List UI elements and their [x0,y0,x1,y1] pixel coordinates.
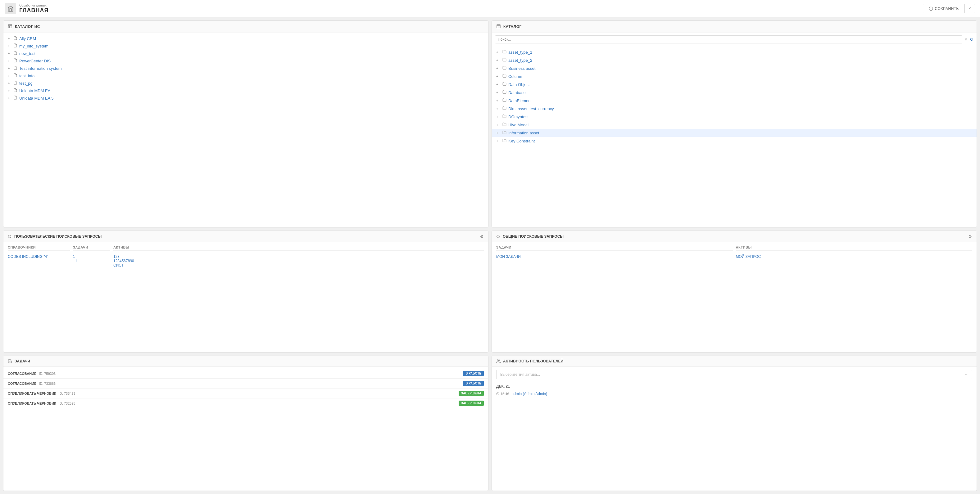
activity-time-value: 15:46 [501,392,509,396]
folder-expand-icon: + [496,67,501,70]
home-icon[interactable] [5,3,16,14]
folder-icon [503,50,506,55]
is-catalog-item[interactable]: + Unidata MDM EA 5 [3,94,488,102]
folder-expand-icon: + [496,123,501,127]
catalog-item[interactable]: + DQmyntest [492,113,977,121]
activity-select-chevron [964,373,968,376]
common-queries-row: МОИ ЗАДАЧИ МОЙ ЗАПРОС [496,253,972,260]
catalog-header: КАТАЛОГ [492,21,977,33]
save-button-group[interactable]: СОХРАНИТЬ [923,4,975,13]
catalog-item-label: DQmyntest [508,114,528,119]
catalog-item[interactable]: + Information asset [492,129,977,137]
tasks-panel: ЗАДАЧИ СОГЛАСОВАНИЕ ID: 759306 В РАБОТЕ … [3,356,488,491]
svg-rect-4 [497,24,500,28]
is-catalog-item[interactable]: + my_info_system [3,42,488,50]
query-task-2[interactable]: +1 [73,259,110,263]
catalog-item-label: Data Object [508,82,530,87]
is-catalog-item-label: new_test [19,51,35,56]
catalog-item[interactable]: + Business asset [492,64,977,72]
tree-expand-icon: + [8,51,11,55]
catalog-item[interactable]: + Key Constraint [492,137,977,145]
catalog-item[interactable]: + Data Object [492,80,977,89]
tasks-body: СОГЛАСОВАНИЕ ID: 759306 В РАБОТЕ СОГЛАСО… [3,367,488,491]
tree-expand-icon: + [8,89,11,92]
common-queries-panel: ОБЩИЕ ПОИСКОВЫЕ ЗАПРОСЫ ⚙ ЗАДАЧИ АКТИВЫ … [492,230,977,353]
catalog-item[interactable]: + DataElement [492,97,977,105]
catalog-clear-icon[interactable]: ✕ [964,37,968,42]
file-icon [13,81,18,86]
folder-icon [503,122,506,127]
catalog-item[interactable]: + Database [492,89,977,97]
tree-expand-icon: + [8,81,11,85]
activity-time: 15:46 [496,392,509,396]
task-row[interactable]: СОГЛАСОВАНИЕ ID: 759306 В РАБОТЕ [3,369,488,378]
catalog-item[interactable]: + Hive Model [492,121,977,129]
user-queries-title: ПОЛЬЗОВАТЕЛЬСКИЕ ПОИСКОВЫЕ ЗАПРОСЫ [14,234,102,238]
svg-rect-1 [8,24,12,28]
header-title: ГЛАВНАЯ [19,7,48,14]
folder-icon [503,82,506,87]
svg-point-9 [497,235,500,238]
is-catalog-item[interactable]: + Unidata MDM EA [3,87,488,94]
common-query-asset[interactable]: МОЙ ЗАПРОС [736,254,972,259]
is-catalog-icon [8,24,13,30]
catalog-item-label: Dim_asset_test_currency [508,106,554,111]
task-id: ID: 733423 [59,392,456,396]
is-catalog-header: КАТАЛОГ ИС [3,21,488,33]
user-queries-settings-icon[interactable]: ⚙ [480,234,484,239]
is-catalog-item[interactable]: + test_pg [3,79,488,87]
common-queries-title-group: ОБЩИЕ ПОИСКОВЫЕ ЗАПРОСЫ [496,234,563,238]
catalog-refresh-icon[interactable]: ↻ [970,37,974,42]
user-queries-title-group: ПОЛЬЗОВАТЕЛЬСКИЕ ПОИСКОВЫЕ ЗАПРОСЫ [8,234,102,238]
catalog-item[interactable]: + Column [492,72,977,80]
folder-icon [503,138,506,143]
common-queries-columns: ЗАДАЧИ АКТИВЫ [496,245,972,251]
task-type: СОГЛАСОВАНИЕ [8,372,36,375]
catalog-panel: КАТАЛОГ ✕ ↻ + asset_type_1 + asset_type_… [492,21,977,227]
activity-asset-select[interactable]: Выберите тип актива... [496,370,972,379]
activity-user[interactable]: admin (Admin Admin) [512,392,547,396]
query-task-1[interactable]: 1 [73,254,110,259]
catalog-item[interactable]: + Dim_asset_test_currency [492,105,977,113]
activity-header: АКТИВНОСТЬ ПОЛЬЗОВАТЕЛЕЙ [492,356,977,367]
file-icon [13,58,18,63]
task-row[interactable]: ОПУБЛИКОВАТЬ ЧЕРНОВИК ID: 733423 ЗАВЕРШЕ… [3,389,488,399]
query-asset-2[interactable]: 1234567890 [113,259,484,263]
tasks-header: ЗАДАЧИ [3,356,488,367]
is-catalog-item[interactable]: + Test information system [3,65,488,72]
is-catalog-item[interactable]: + PowerCenter DIS [3,57,488,65]
svg-line-10 [499,237,500,238]
catalog-item-label: Database [508,90,526,95]
query-asset-1[interactable]: 123 [113,254,484,259]
catalog-item[interactable]: + asset_type_2 [492,56,977,64]
tree-expand-icon: + [8,96,11,100]
catalog-item-label: DataElement [508,98,531,103]
folder-icon [503,114,506,119]
file-icon [13,95,18,100]
tree-expand-icon: + [8,59,11,63]
folder-icon [503,106,506,111]
common-queries-settings-icon[interactable]: ⚙ [968,234,972,239]
catalog-search-bar: ✕ ↻ [492,33,977,46]
query-asset-3[interactable]: СИСТ [113,263,484,267]
is-catalog-item[interactable]: + new_test [3,50,488,57]
is-catalog-item[interactable]: + Ally CRM [3,35,488,42]
is-catalog-body: + Ally CRM + my_info_system + new_test + [3,33,488,227]
is-catalog-item[interactable]: + test_info [3,72,488,79]
catalog-title: КАТАЛОГ [503,24,522,29]
query-directory[interactable]: CODES INCLUDING "4" [8,254,70,267]
is-catalog-item-label: test_info [19,73,35,78]
save-dropdown-button[interactable] [964,4,975,13]
common-query-task[interactable]: МОИ ЗАДАЧИ [496,254,733,259]
catalog-search-input[interactable] [495,35,962,43]
task-row[interactable]: СОГЛАСОВАНИЕ ID: 733666 В РАБОТЕ [3,378,488,389]
catalog-item[interactable]: + asset_type_1 [492,48,977,56]
save-button[interactable]: СОХРАНИТЬ [923,4,964,13]
task-row[interactable]: ОПУБЛИКОВАТЬ ЧЕРНОВИК ID: 732598 ЗАВЕРШЕ… [3,399,488,408]
task-type: ОПУБЛИКОВАТЬ ЧЕРНОВИК [8,402,56,405]
common-queries-table: ЗАДАЧИ АКТИВЫ МОИ ЗАДАЧИ МОЙ ЗАПРОС [492,242,977,263]
user-queries-panel: ПОЛЬЗОВАТЕЛЬСКИЕ ПОИСКОВЫЕ ЗАПРОСЫ ⚙ СПР… [3,230,488,353]
folder-expand-icon: + [496,58,501,62]
catalog-item-label: Column [508,74,522,79]
folder-expand-icon: + [496,91,501,94]
